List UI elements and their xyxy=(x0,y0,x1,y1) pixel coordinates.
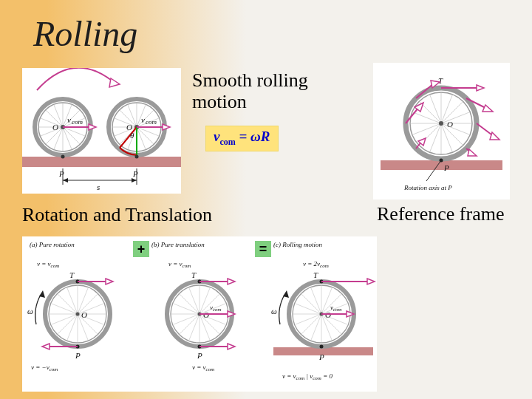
ref-P: P xyxy=(443,163,449,172)
figure-reference-frame: O T xyxy=(373,63,510,200)
svg-marker-78 xyxy=(468,149,477,156)
svg-line-12 xyxy=(41,127,63,136)
figure-three-panels: (a) Pure rotation (b) Pure translation (… xyxy=(22,236,377,392)
eq-R: R xyxy=(261,129,270,144)
plus-box: + xyxy=(133,241,149,257)
svg-line-28 xyxy=(137,127,154,144)
svg-marker-70 xyxy=(490,132,499,140)
smooth-line: Smooth rolling motion xyxy=(192,69,308,112)
P2: P xyxy=(132,169,138,178)
reference-frame-label: Reference frame xyxy=(377,203,504,225)
b-top-eq: v = vcom xyxy=(168,260,191,269)
svg-point-47 xyxy=(135,155,139,159)
cap-c: (c) Rolling motion xyxy=(273,241,322,248)
svg-line-11 xyxy=(63,127,85,136)
svg-line-14 xyxy=(41,118,63,127)
wheel2-vcom-sub: com xyxy=(146,118,157,126)
a-top-eq: v = vcom xyxy=(37,260,59,269)
a-P: P xyxy=(75,351,81,360)
a-omega: ω xyxy=(27,307,33,316)
smooth-rolling-label: Smooth rolling motion xyxy=(192,70,308,112)
wheel2-vcom: v xyxy=(141,115,145,124)
c-omega: ω xyxy=(271,307,277,316)
equation-vcom: vcom = ωR xyxy=(205,126,279,151)
b-P: P xyxy=(197,351,202,360)
svg-marker-133 xyxy=(367,279,375,284)
wheel1-vcom: v xyxy=(67,115,71,124)
P1: P xyxy=(58,169,64,178)
svg-line-36 xyxy=(137,127,146,149)
wheel1-vcom-sub: com xyxy=(72,118,83,126)
svg-marker-68 xyxy=(482,105,493,112)
ref-T: T xyxy=(438,76,443,85)
slide: Rolling Smooth rolling motion vcom = ωR … xyxy=(0,0,532,399)
svg-marker-21 xyxy=(89,124,96,130)
slide-title: Rolling xyxy=(33,13,137,54)
cap-b: (b) Pure translation xyxy=(151,241,205,248)
b-mid-v: vcom xyxy=(210,304,222,313)
c-T: T xyxy=(313,270,318,279)
c-mid-v: vcom xyxy=(330,304,342,313)
two-wheels-svg: O v com xyxy=(22,68,181,194)
svg-line-35 xyxy=(115,118,137,127)
svg-marker-96 xyxy=(106,279,113,284)
eq-vsub: com xyxy=(219,137,235,147)
three-panels-svg: (a) Pure rotation (b) Pure translation (… xyxy=(22,236,377,392)
figure-two-wheels: O v com xyxy=(22,68,181,194)
a-T: T xyxy=(69,270,75,279)
eq-omega: ω xyxy=(250,129,261,144)
a-O: O xyxy=(81,310,87,319)
svg-marker-98 xyxy=(42,344,50,349)
b-bot-eq: v = vcom xyxy=(192,364,214,372)
svg-point-131 xyxy=(320,345,324,349)
b-T: T xyxy=(191,270,197,279)
svg-marker-52 xyxy=(132,178,137,183)
a-bot-eq: v = −vcom xyxy=(31,364,58,372)
svg-point-92 xyxy=(76,313,80,316)
rotation-translation-label: Rotation and Translation xyxy=(22,204,212,226)
svg-marker-114 xyxy=(228,279,235,284)
reference-frame-svg: O T xyxy=(373,63,510,200)
svg-point-64 xyxy=(439,121,443,126)
svg-marker-66 xyxy=(477,85,484,91)
ref-O: O xyxy=(447,120,453,129)
c-P: P xyxy=(318,352,324,361)
svg-rect-0 xyxy=(22,157,181,167)
svg-line-32 xyxy=(137,127,159,136)
svg-marker-118 xyxy=(228,344,235,349)
ref-axis-label: Rotation axis at P xyxy=(403,184,452,191)
svg-marker-45 xyxy=(109,78,120,87)
equals-box: = xyxy=(255,241,271,257)
svg-line-15 xyxy=(63,127,72,149)
svg-line-7 xyxy=(63,127,80,144)
svg-marker-44 xyxy=(163,124,170,130)
eq-equals: = xyxy=(236,129,250,144)
svg-marker-51 xyxy=(63,178,68,183)
wheel1-O: O xyxy=(52,123,58,132)
svg-point-46 xyxy=(61,155,65,159)
c-bot-eq: v = vcom | vcom = 0 xyxy=(282,372,332,381)
cap-a: (a) Pure rotation xyxy=(30,241,75,248)
c-top-eq: v = 2vcom xyxy=(303,260,329,269)
s-label: s xyxy=(97,183,100,191)
theta-label: θ xyxy=(130,131,134,140)
